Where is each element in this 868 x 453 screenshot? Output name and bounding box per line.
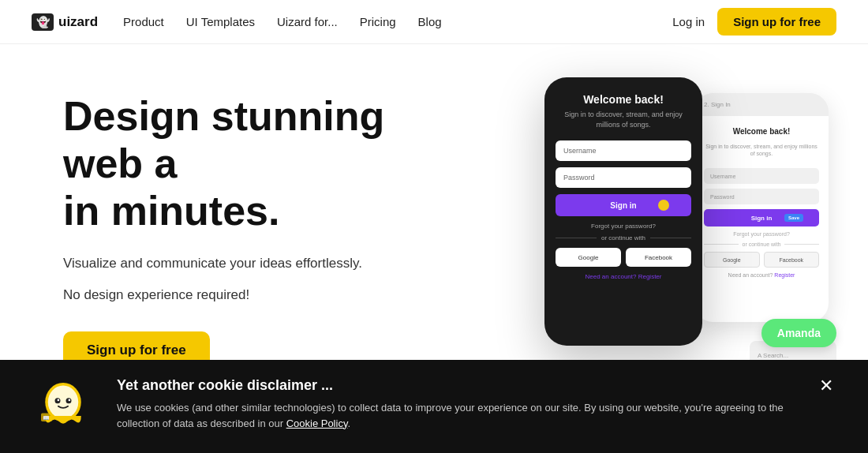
- nav-link-ui-templates[interactable]: UI Templates: [186, 15, 255, 28]
- hero-phone-area: 2. Sign In Welcome back! Sign in to disc…: [505, 77, 836, 369]
- phone-register-link: Register: [638, 273, 662, 280]
- nav-link-pricing[interactable]: Pricing: [360, 15, 396, 28]
- nav-left: 👻 uizard Product UI Templates Uizard for…: [32, 13, 442, 31]
- logo-icon: 👻: [32, 13, 54, 31]
- phone-signin-label: Sign in: [610, 201, 636, 210]
- phone-password-label: Password: [563, 174, 595, 182]
- phone-signin-button: Sign in: [556, 194, 691, 216]
- hero-title-line1: Design stunning: [63, 93, 384, 139]
- hero-left: Design stunning web a in minutes. Visual…: [63, 85, 384, 369]
- phone-bg-inner: Welcome back! Sign in to discover, strea…: [694, 116, 829, 322]
- phone-cursor-icon: [658, 200, 669, 211]
- phone-bg-social: Google Facebook: [704, 252, 819, 268]
- phone-bg-step-label: 2. Sign In: [704, 101, 731, 108]
- hero-title-line2: web a: [63, 140, 178, 186]
- search-snippet-label: A Search...: [758, 352, 788, 359]
- nav-link-product[interactable]: Product: [123, 15, 164, 28]
- phone-bg-cursor: Save: [784, 214, 803, 222]
- hero-section: Design stunning web a in minutes. Visual…: [0, 44, 868, 376]
- phone-username-field: Username: [556, 140, 691, 161]
- hero-title: Design stunning web a in minutes.: [63, 93, 384, 234]
- phone-register-prefix: Need an account?: [586, 273, 637, 280]
- phone-sub-text: Sign in to discover, stream, and enjoy m…: [556, 110, 691, 129]
- phone-google-button: Google: [556, 248, 621, 267]
- login-button[interactable]: Log in: [672, 15, 705, 28]
- phone-bg-register: Need an account? Register: [704, 272, 819, 278]
- phone-main: Welcome back! Sign in to discover, strea…: [544, 77, 702, 346]
- phone-username-label: Username: [563, 147, 597, 155]
- phone-bg-facebook: Facebook: [764, 252, 820, 268]
- logo-text: uizard: [58, 14, 98, 30]
- phone-bg-username: Username: [704, 168, 819, 184]
- phone-bg-welcome: Welcome back!: [704, 127, 819, 136]
- phone-register-text: Need an account? Register: [556, 273, 691, 280]
- logo-ghost-icon: 👻: [36, 16, 50, 28]
- phone-background: 2. Sign In Welcome back! Sign in to disc…: [694, 93, 829, 322]
- phone-main-inner: Welcome back! Sign in to discover, strea…: [544, 77, 702, 346]
- phone-bg-signin: Sign in Save: [704, 209, 819, 226]
- hero-subtitle: Visualize and communicate your ideas eff…: [63, 253, 384, 305]
- navbar: 👻 uizard Product UI Templates Uizard for…: [0, 0, 868, 44]
- phone-welcome-text: Welcome back!: [556, 93, 691, 106]
- hero-title-line3: in minutes.: [63, 188, 279, 234]
- phone-bg-header: 2. Sign In: [694, 93, 829, 116]
- nav-link-uizard-for[interactable]: Uizard for...: [277, 15, 338, 28]
- phone-social-buttons: Google Facebook: [556, 248, 691, 267]
- phone-forgot-text: Forgot your password?: [556, 223, 691, 230]
- nav-links: Product UI Templates Uizard for... Prici…: [123, 15, 442, 28]
- amanda-bubble: Amanda: [761, 319, 836, 347]
- cookie-banner: 📖 Yet another cookie disclaimer ... We u…: [0, 360, 868, 376]
- nav-right: Log in Sign up for free: [672, 8, 836, 36]
- phone-bg-sub: Sign in to discover, stream, and enjoy m…: [704, 143, 819, 157]
- phone-bg-or: or continue with: [704, 241, 819, 247]
- hero-subtitle-1: Visualize and communicate your ideas eff…: [63, 253, 384, 274]
- phone-facebook-button: Facebook: [626, 248, 691, 267]
- signup-button[interactable]: Sign up for free: [717, 8, 836, 36]
- phone-bg-google: Google: [704, 252, 760, 268]
- nav-link-blog[interactable]: Blog: [418, 15, 442, 28]
- hero-subtitle-2: No design experience required!: [63, 285, 384, 305]
- phone-password-field: Password: [556, 167, 691, 188]
- phone-bg-forgot: Forgot your password?: [704, 231, 819, 237]
- logo[interactable]: 👻 uizard: [32, 13, 98, 31]
- phone-or-text: or continue with: [556, 234, 691, 241]
- phone-bg-password: Password: [704, 189, 819, 204]
